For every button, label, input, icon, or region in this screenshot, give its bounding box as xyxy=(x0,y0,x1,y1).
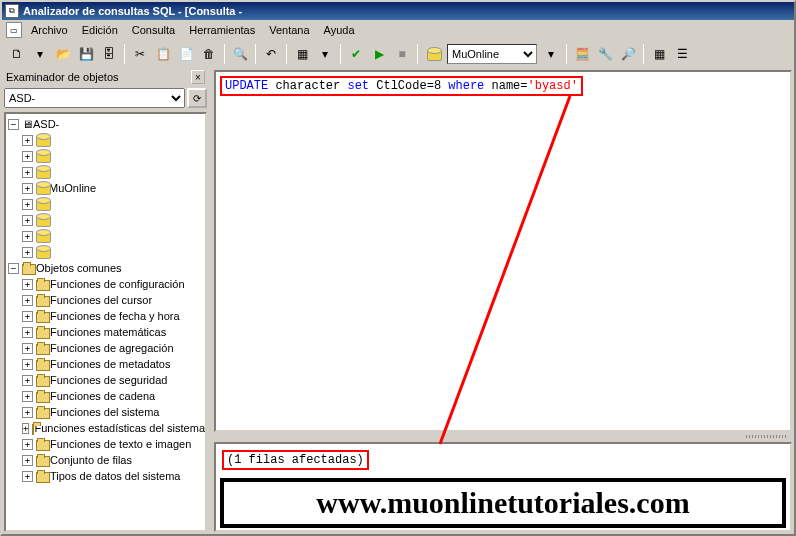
expand-icon[interactable]: + xyxy=(22,423,29,434)
close-pane-button[interactable]: × xyxy=(191,70,205,84)
tree-folder-item[interactable]: +Funciones matemáticas xyxy=(8,324,203,340)
tree-db-item[interactable]: + xyxy=(8,228,203,244)
tree-server-root[interactable]: − 🖥 ASD- xyxy=(8,116,203,132)
expand-icon[interactable]: + xyxy=(22,391,33,402)
expand-icon[interactable]: + xyxy=(22,231,33,242)
expand-icon[interactable]: + xyxy=(22,295,33,306)
window-title: Analizador de consultas SQL - [Consulta … xyxy=(23,5,242,17)
object-tree[interactable]: − 🖥 ASD- + + + +MuOnline + + + + − Objet… xyxy=(4,112,207,532)
new-button[interactable]: 🗋 xyxy=(6,43,28,65)
open-button[interactable]: 📂 xyxy=(52,43,74,65)
copy-button[interactable]: 📋 xyxy=(152,43,174,65)
save-button[interactable]: 💾 xyxy=(75,43,97,65)
tree-folder-item[interactable]: +Funciones estadísticas del sistema xyxy=(8,420,203,436)
tree-db-item[interactable]: + xyxy=(8,196,203,212)
tree-folder-item[interactable]: +Funciones de metadatos xyxy=(8,356,203,372)
run-button[interactable]: ▶ xyxy=(368,43,390,65)
expand-icon[interactable]: + xyxy=(22,327,33,338)
object-browser-button[interactable]: 🔧 xyxy=(594,43,616,65)
expand-icon[interactable]: + xyxy=(22,375,33,386)
menu-edicion[interactable]: Edición xyxy=(75,22,125,38)
database-icon xyxy=(36,197,49,211)
folder-icon xyxy=(36,280,50,291)
folder-icon xyxy=(36,408,50,419)
object-search-button[interactable]: 🔎 xyxy=(617,43,639,65)
database-icon xyxy=(36,133,49,147)
watermark: www.muonlinetutoriales.com xyxy=(220,478,786,528)
cut-button[interactable]: ✂ xyxy=(129,43,151,65)
expand-icon[interactable]: + xyxy=(22,471,33,482)
folder-icon xyxy=(36,392,50,403)
menu-archivo[interactable]: Archivo xyxy=(24,22,75,38)
tree-db-item[interactable]: + xyxy=(8,132,203,148)
execute-mode-button[interactable]: ▦ xyxy=(291,43,313,65)
expand-icon[interactable]: + xyxy=(22,439,33,450)
app-icon: ⧉ xyxy=(5,4,19,18)
refresh-button[interactable]: ⟳ xyxy=(187,88,207,108)
separator xyxy=(340,44,341,64)
expand-icon[interactable]: + xyxy=(22,167,33,178)
tree-folder-item[interactable]: +Funciones de fecha y hora xyxy=(8,308,203,324)
collapse-icon[interactable]: − xyxy=(8,263,19,274)
folder-icon xyxy=(36,328,50,339)
dropdown-icon[interactable]: ▾ xyxy=(540,43,562,65)
tree-folder-item[interactable]: +Conjunto de filas xyxy=(8,452,203,468)
history-button[interactable]: ▾ xyxy=(29,43,51,65)
tree-folder-item[interactable]: +Funciones de cadena xyxy=(8,388,203,404)
horizontal-splitter[interactable] xyxy=(212,434,794,440)
database-icon xyxy=(36,149,49,163)
expand-icon[interactable]: + xyxy=(22,151,33,162)
expand-icon[interactable]: + xyxy=(22,215,33,226)
tree-db-item[interactable]: + xyxy=(8,164,203,180)
expand-icon[interactable]: + xyxy=(22,279,33,290)
undo-button[interactable]: ↶ xyxy=(260,43,282,65)
sql-editor[interactable]: UPDATE character set CtlCode=8 where nam… xyxy=(214,70,792,432)
expand-icon[interactable]: + xyxy=(22,199,33,210)
pane-title-label: Examinador de objetos xyxy=(6,71,119,83)
expand-icon[interactable]: + xyxy=(22,247,33,258)
tree-label: MuOnline xyxy=(49,182,96,194)
menu-ventana[interactable]: Ventana xyxy=(262,22,316,38)
stop-button[interactable]: ■ xyxy=(391,43,413,65)
tree-db-item[interactable]: + xyxy=(8,244,203,260)
collapse-icon[interactable]: − xyxy=(8,119,19,130)
tree-db-item[interactable]: + xyxy=(8,148,203,164)
expand-icon[interactable]: + xyxy=(22,311,33,322)
tree-folder-item[interactable]: +Funciones del cursor xyxy=(8,292,203,308)
tree-common-root[interactable]: − Objetos comunes xyxy=(8,260,203,276)
find-button[interactable]: 🔍 xyxy=(229,43,251,65)
tree-folder-item[interactable]: +Funciones de texto e imagen xyxy=(8,436,203,452)
paste-button[interactable]: 📄 xyxy=(175,43,197,65)
expand-icon[interactable]: + xyxy=(22,407,33,418)
sql-keyword: set xyxy=(347,79,369,93)
tree-folder-item[interactable]: +Tipos de datos del sistema xyxy=(8,468,203,484)
parse-button[interactable]: ✔ xyxy=(345,43,367,65)
menu-herramientas[interactable]: Herramientas xyxy=(182,22,262,38)
expand-icon[interactable]: + xyxy=(22,343,33,354)
database-icon xyxy=(36,229,49,243)
expand-icon[interactable]: + xyxy=(22,135,33,146)
expand-icon[interactable]: + xyxy=(22,455,33,466)
results-text-button[interactable]: ☰ xyxy=(671,43,693,65)
tree-folder-item[interactable]: +Funciones de agregación xyxy=(8,340,203,356)
dropdown-icon[interactable]: ▾ xyxy=(314,43,336,65)
estimated-plan-button[interactable]: 🧮 xyxy=(571,43,593,65)
expand-icon[interactable]: + xyxy=(22,359,33,370)
results-grid-button[interactable]: ▦ xyxy=(648,43,670,65)
menu-consulta[interactable]: Consulta xyxy=(125,22,182,38)
folder-icon xyxy=(36,360,50,371)
database-select[interactable]: MuOnline xyxy=(447,44,537,64)
tree-db-item[interactable]: + xyxy=(8,212,203,228)
save-all-button[interactable]: 🗄 xyxy=(98,43,120,65)
system-menu-icon[interactable]: ▭ xyxy=(6,22,22,38)
tree-folder-item[interactable]: +Funciones de configuración xyxy=(8,276,203,292)
sql-keyword: UPDATE xyxy=(225,79,268,93)
tree-folder-item[interactable]: +Funciones del sistema xyxy=(8,404,203,420)
tree-folder-item[interactable]: +Funciones de seguridad xyxy=(8,372,203,388)
server-select[interactable]: ASD- xyxy=(4,88,185,108)
clear-button[interactable]: 🗑 xyxy=(198,43,220,65)
tree-db-muonline[interactable]: +MuOnline xyxy=(8,180,203,196)
expand-icon[interactable]: + xyxy=(22,183,33,194)
database-icon xyxy=(36,245,49,259)
menu-ayuda[interactable]: Ayuda xyxy=(317,22,362,38)
